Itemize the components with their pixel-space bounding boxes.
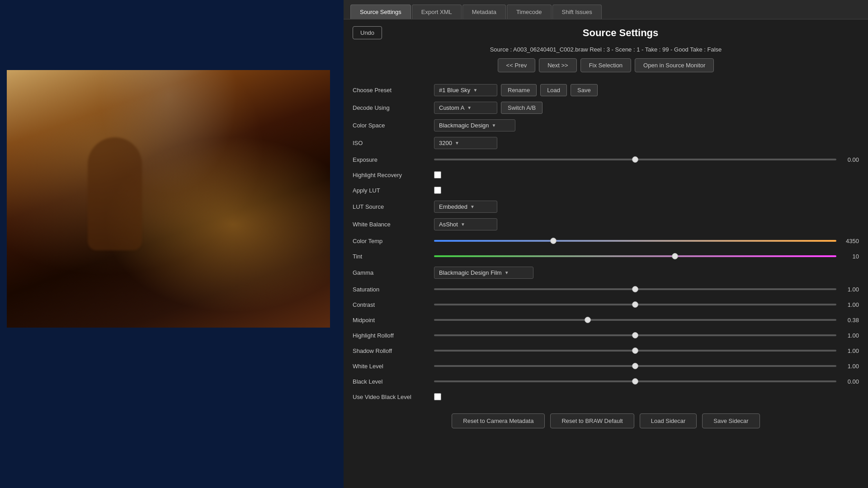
- iso-control: 3200 ▼: [434, 137, 859, 149]
- open-monitor-button[interactable]: Open in Source Monitor: [635, 58, 714, 72]
- video-panel: [0, 0, 344, 488]
- contrast-label: Contrast: [353, 301, 434, 308]
- color-space-row: Color Space Blackmagic Design ▼: [353, 117, 859, 134]
- lut-source-arrow: ▼: [470, 204, 475, 209]
- gamma-dropdown[interactable]: Blackmagic Design Film ▼: [434, 267, 533, 279]
- midpoint-slider[interactable]: [434, 319, 836, 321]
- contrast-control: [434, 304, 836, 305]
- use-video-black-level-checkbox[interactable]: [434, 393, 441, 400]
- color-temp-value: 4350: [836, 238, 859, 244]
- white-balance-arrow: ▼: [461, 222, 465, 227]
- tab-metadata[interactable]: Metadata: [462, 5, 506, 19]
- exposure-control: [434, 159, 836, 160]
- tab-source-settings[interactable]: Source Settings: [350, 5, 411, 19]
- tab-export-xml[interactable]: Export XML: [412, 5, 462, 19]
- contrast-slider[interactable]: [434, 304, 836, 305]
- fix-selection-button[interactable]: Fix Selection: [580, 58, 631, 72]
- reset-camera-button[interactable]: Reset to Camera Metadata: [452, 413, 545, 428]
- page-title: Source Settings: [382, 27, 859, 39]
- apply-lut-control: [434, 187, 859, 194]
- white-level-row: White Level 1.00: [353, 358, 859, 374]
- nav-buttons: << Prev Next >> Fix Selection Open in So…: [353, 58, 859, 72]
- reset-braw-button[interactable]: Reset to BRAW Default: [550, 413, 634, 428]
- load-sidecar-button[interactable]: Load Sidecar: [640, 413, 697, 428]
- shadow-rolloff-slider[interactable]: [434, 350, 836, 352]
- rename-button[interactable]: Rename: [501, 84, 537, 96]
- saturation-label: Saturation: [353, 286, 434, 293]
- settings-panel: Source Settings Export XML Metadata Time…: [344, 0, 868, 488]
- highlight-recovery-row: Highlight Recovery: [353, 167, 859, 183]
- bottom-buttons: Reset to Camera Metadata Reset to BRAW D…: [353, 404, 859, 433]
- switch-ab-button[interactable]: Switch A/B: [501, 102, 542, 114]
- tint-slider[interactable]: [434, 255, 836, 257]
- white-balance-control: AsShot ▼: [434, 218, 859, 230]
- black-level-label: Black Level: [353, 378, 434, 385]
- save-sidecar-button[interactable]: Save Sidecar: [702, 413, 760, 428]
- apply-lut-checkbox[interactable]: [434, 187, 441, 194]
- shadow-rolloff-control: [434, 350, 836, 352]
- exposure-slider[interactable]: [434, 159, 836, 160]
- tint-value: 10: [836, 253, 859, 260]
- black-level-value: 0.00: [836, 378, 859, 385]
- choose-preset-row: Choose Preset #1 Blue Sky ▼ Rename Load …: [353, 81, 859, 99]
- shadow-rolloff-label: Shadow Rolloff: [353, 347, 434, 354]
- midpoint-label: Midpoint: [353, 317, 434, 324]
- tab-bar: Source Settings Export XML Metadata Time…: [344, 0, 868, 19]
- iso-arrow: ▼: [455, 141, 459, 145]
- iso-dropdown[interactable]: 3200 ▼: [434, 137, 497, 149]
- color-temp-label: Color Temp: [353, 238, 434, 244]
- exposure-value: 0.00: [836, 156, 859, 163]
- video-scene: [7, 70, 330, 328]
- gamma-arrow: ▼: [505, 270, 509, 275]
- tab-shift-issues[interactable]: Shift Issues: [552, 5, 602, 19]
- black-level-slider[interactable]: [434, 380, 836, 382]
- apply-lut-row: Apply LUT: [353, 183, 859, 198]
- choose-preset-label: Choose Preset: [353, 87, 434, 94]
- gamma-control: Blackmagic Design Film ▼: [434, 267, 859, 279]
- exposure-label: Exposure: [353, 156, 434, 163]
- gamma-label: Gamma: [353, 269, 434, 276]
- preset-dropdown[interactable]: #1 Blue Sky ▼: [434, 84, 497, 96]
- tab-timecode[interactable]: Timecode: [507, 5, 552, 19]
- color-temp-slider[interactable]: [434, 240, 836, 242]
- highlight-recovery-checkbox[interactable]: [434, 171, 441, 178]
- use-video-black-level-label: Use Video Black Level: [353, 394, 434, 400]
- highlight-recovery-label: Highlight Recovery: [353, 172, 434, 178]
- decode-using-dropdown[interactable]: Custom A ▼: [434, 102, 497, 114]
- next-button[interactable]: Next >>: [539, 58, 577, 72]
- iso-label: ISO: [353, 140, 434, 146]
- color-space-dropdown[interactable]: Blackmagic Design ▼: [434, 119, 515, 131]
- decode-using-label: Decode Using: [353, 104, 434, 111]
- shadow-rolloff-value: 1.00: [836, 347, 859, 354]
- video-frame: [7, 70, 330, 328]
- highlight-rolloff-control: [434, 334, 836, 336]
- apply-lut-label: Apply LUT: [353, 187, 434, 194]
- lut-source-row: LUT Source Embedded ▼: [353, 198, 859, 216]
- saturation-control: [434, 288, 836, 290]
- color-space-arrow: ▼: [492, 123, 496, 128]
- lut-source-control: Embedded ▼: [434, 201, 859, 213]
- saturation-slider[interactable]: [434, 288, 836, 290]
- contrast-row: Contrast 1.00: [353, 297, 859, 312]
- choose-preset-control: #1 Blue Sky ▼ Rename Load Save: [434, 84, 859, 96]
- save-button[interactable]: Save: [571, 84, 598, 96]
- exposure-row: Exposure 0.00: [353, 152, 859, 167]
- white-balance-dropdown[interactable]: AsShot ▼: [434, 218, 497, 230]
- white-balance-label: White Balance: [353, 221, 434, 228]
- source-info: Source : A003_06240401_C002.braw Reel : …: [353, 46, 859, 53]
- midpoint-control: [434, 319, 836, 321]
- lut-source-dropdown[interactable]: Embedded ▼: [434, 201, 497, 213]
- load-button[interactable]: Load: [540, 84, 567, 96]
- color-space-control: Blackmagic Design ▼: [434, 119, 859, 131]
- use-video-black-level-control: [434, 393, 859, 400]
- use-video-black-level-row: Use Video Black Level: [353, 389, 859, 404]
- color-temp-row: Color Temp 4350: [353, 233, 859, 249]
- highlight-rolloff-slider[interactable]: [434, 334, 836, 336]
- undo-button[interactable]: Undo: [353, 26, 382, 39]
- prev-button[interactable]: << Prev: [498, 58, 536, 72]
- white-level-slider[interactable]: [434, 365, 836, 367]
- white-balance-row: White Balance AsShot ▼: [353, 216, 859, 233]
- tint-row: Tint 10: [353, 249, 859, 264]
- content-area: Undo Source Settings Source : A003_06240…: [344, 19, 868, 488]
- color-space-label: Color Space: [353, 122, 434, 129]
